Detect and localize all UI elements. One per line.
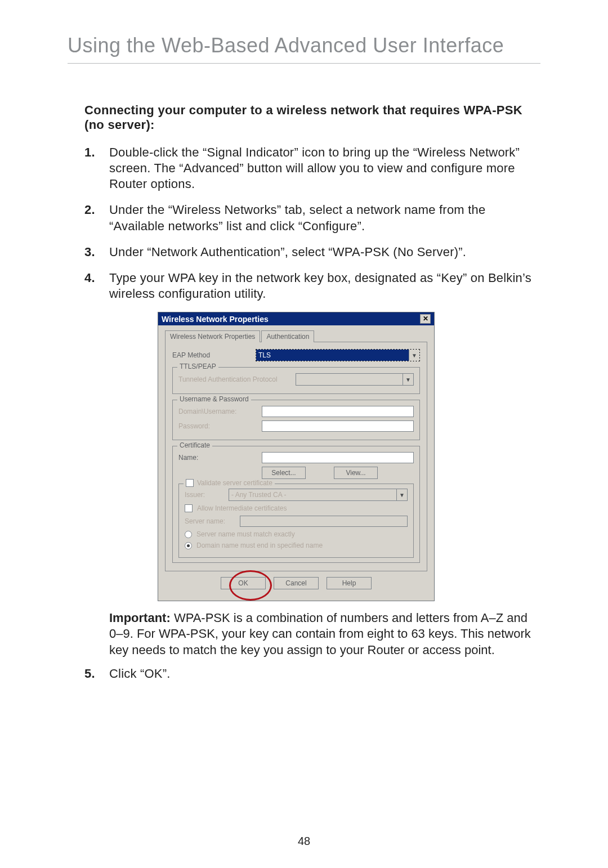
select-button[interactable]: Select... [262,467,306,479]
step-text: Under “Network Authentication”, select “… [109,244,466,260]
tab-wireless-network-properties[interactable]: Wireless Network Properties [165,330,260,342]
step-text: Under the “Wireless Networks” tab, selec… [109,202,540,234]
title-rule [68,63,540,64]
step-text: Double-click the “Signal Indicator” icon… [109,145,540,192]
chevron-down-icon: ▼ [396,489,407,500]
issuer-select: - Any Trusted CA - ▼ [229,489,408,501]
page-number: 48 [0,835,608,848]
view-button[interactable]: View... [334,467,378,479]
password-input[interactable] [262,420,414,432]
eap-method-label: EAP Method [172,351,251,359]
important-label: Important: [109,611,171,625]
tab-authentication[interactable]: Authentication [261,330,314,342]
section-subheading: Connecting your computer to a wireless n… [84,103,540,132]
eap-method-select[interactable]: TLS ▼ [256,349,420,361]
steps-list: 1. Double-click the “Signal Indicator” i… [84,145,540,302]
dialog-wireless-network-properties: Wireless Network Properties ✕ Wireless N… [158,312,435,601]
page-title: Using the Web-Based Advanced User Interf… [68,34,540,57]
step-number: 2. [84,202,99,234]
domain-name-end-radio[interactable] [185,542,192,549]
issuer-label: Issuer: [185,491,224,499]
dialog-title-text: Wireless Network Properties [162,315,269,324]
issuer-value: - Any Trusted CA - [229,489,396,500]
username-password-legend: Username & Password [177,395,251,403]
validate-server-cert-label: Validate server certificate [197,479,272,487]
eap-method-value: TLS [256,350,409,361]
step-number: 5. [84,666,99,682]
cert-name-label: Name: [178,454,257,462]
allow-intermediate-label: Allow Intermediate certificates [197,504,287,512]
important-text: WPA-PSK is a combination of numbers and … [109,611,531,656]
allow-intermediate-checkbox[interactable] [185,504,193,512]
certificate-legend: Certificate [177,441,212,449]
server-name-match-exactly-label: Server name must match exactly [196,530,295,538]
help-button[interactable]: Help [327,577,372,589]
domain-name-end-label: Domain name must end in specified name [196,542,323,549]
server-name-match-exactly-radio[interactable] [185,531,192,538]
step-text: Type your WPA key in the network key box… [109,270,540,302]
domain-username-input[interactable] [262,406,414,417]
chevron-down-icon[interactable]: ▼ [409,350,419,361]
server-name-label: Server name: [185,517,235,525]
server-name-input [240,516,408,527]
validate-server-cert-checkbox[interactable] [186,479,194,487]
ok-button[interactable]: OK [221,577,266,589]
tunneled-auth-protocol-label: Tunneled Authentication Protocol [178,375,291,383]
password-label: Password: [178,422,257,430]
ttls-peap-legend: TTLS/PEAP [177,363,218,370]
domain-username-label: Domain\Username: [178,408,257,415]
cert-name-input[interactable] [262,452,414,463]
step-number: 3. [84,244,99,260]
steps-list-continued: 5. Click “OK”. [84,666,540,682]
step-text: Click “OK”. [109,666,171,682]
chevron-down-icon: ▼ [403,374,413,385]
cancel-button[interactable]: Cancel [274,577,319,589]
step-number: 4. [84,270,99,302]
step-number: 1. [84,145,99,192]
close-icon[interactable]: ✕ [420,314,431,324]
tunneled-auth-protocol-select: ▼ [296,373,414,386]
